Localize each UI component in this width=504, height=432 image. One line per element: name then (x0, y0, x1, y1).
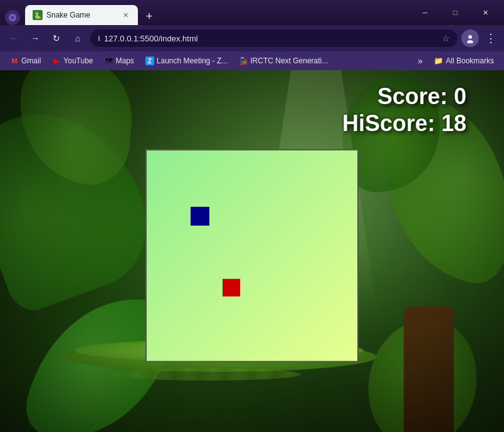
chrome-menu-button[interactable]: ⋮ (483, 29, 499, 48)
maximize-button[interactable]: □ (441, 0, 469, 25)
score-display: Score: 0 HiScore: 18 (342, 83, 466, 137)
game-container: Score: 0 HiScore: 18 (0, 70, 504, 432)
bookmark-irctc[interactable]: 🚂 IRCTC Next Generati... (234, 53, 333, 68)
tab-bar: 🐍 Snake Game ✕ + (5, 0, 158, 25)
snake-head (191, 206, 209, 225)
food-item (223, 278, 240, 296)
tab-close-button[interactable]: ✕ (120, 10, 130, 20)
svg-point-3 (467, 40, 473, 43)
url-text: 127.0.0.1:5500/index.html (104, 34, 438, 43)
active-tab[interactable]: 🐍 Snake Game ✕ (25, 5, 138, 25)
zoom-favicon: Z (145, 56, 154, 65)
game-canvas[interactable] (145, 149, 359, 362)
new-tab-button[interactable]: + (140, 8, 158, 25)
youtube-favicon: ▶ (52, 56, 61, 65)
window-controls: ─ □ ✕ (411, 0, 499, 25)
chrome-apps-button[interactable] (5, 10, 20, 25)
profile-button[interactable] (461, 29, 479, 47)
forward-button[interactable]: → (26, 29, 44, 47)
bookmark-launch-meeting-label: Launch Meeting - Z... (157, 56, 228, 65)
svg-point-1 (11, 16, 14, 19)
bookmark-star-icon[interactable]: ☆ (442, 33, 450, 43)
maps-favicon: 🗺 (105, 56, 113, 65)
hiscore-text: HiScore: 18 (342, 110, 466, 137)
bookmark-youtube-label: YouTube (63, 56, 93, 65)
bookmark-gmail[interactable]: M Gmail (5, 53, 46, 68)
irctc-favicon: 🚂 (239, 56, 248, 65)
bookmark-youtube[interactable]: ▶ YouTube (47, 53, 98, 68)
url-bar[interactable]: ℹ 127.0.0.1:5500/index.html ☆ (90, 29, 458, 47)
svg-point-2 (468, 35, 472, 39)
minimize-button[interactable]: ─ (411, 0, 439, 25)
tab-title: Snake Game (46, 11, 117, 19)
close-button[interactable]: ✕ (471, 0, 499, 25)
security-icon: ℹ (98, 34, 100, 43)
bookmark-irctc-label: IRCTC Next Generati... (250, 56, 328, 65)
addressbar: ← → ↻ ⌂ ℹ 127.0.0.1:5500/index.html ☆ ⋮ (0, 25, 504, 51)
score-text: Score: 0 (342, 83, 466, 110)
more-bookmarks-button[interactable]: » (412, 53, 428, 68)
bookmark-maps[interactable]: 🗺 Maps (100, 53, 139, 68)
bookmark-maps-label: Maps (116, 56, 134, 65)
back-button[interactable]: ← (5, 29, 23, 47)
bookmark-gmail-label: Gmail (21, 56, 41, 65)
bookmarks-bar: M Gmail ▶ YouTube 🗺 Maps Z Launch Meetin… (0, 51, 504, 70)
bookmark-launch-meeting[interactable]: Z Launch Meeting - Z... (140, 53, 233, 68)
titlebar: 🐍 Snake Game ✕ + ─ □ ✕ (0, 0, 504, 25)
all-bookmarks-label: All Bookmarks (446, 56, 494, 65)
all-bookmarks-button[interactable]: 📁 All Bookmarks (429, 55, 499, 66)
refresh-button[interactable]: ↻ (48, 29, 65, 47)
tab-favicon: 🐍 (33, 10, 43, 20)
gmail-favicon: M (10, 56, 19, 65)
home-button[interactable]: ⌂ (69, 29, 87, 47)
